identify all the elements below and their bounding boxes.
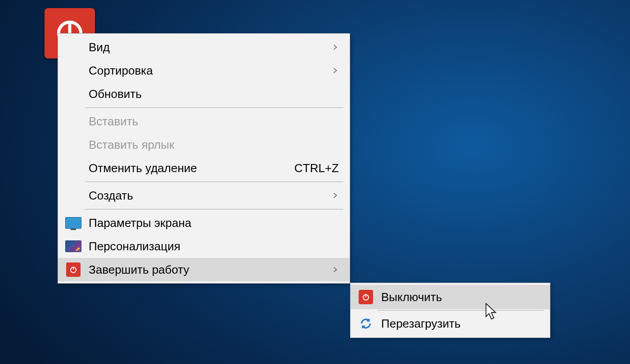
menu-label: Обновить — [89, 87, 339, 101]
menu-label: Вставить — [89, 115, 339, 129]
menu-label: Вставить ярлык — [89, 138, 339, 152]
power-icon — [64, 262, 82, 278]
menu-label: Завершить работу — [89, 263, 331, 277]
display-icon — [64, 215, 82, 231]
chevron-right-icon — [331, 67, 339, 75]
shutdown-submenu: Выключить Перезагрузить — [350, 283, 550, 338]
menu-label: Отменить удаление — [89, 161, 294, 175]
submenu-item-poweroff[interactable]: Выключить — [351, 285, 550, 309]
desktop-context-menu: Вид Сортировка Обновить Вставить Вставит… — [58, 33, 350, 284]
menu-separator — [85, 209, 343, 209]
menu-item-personalization[interactable]: Персонализация — [58, 235, 350, 258]
menu-item-paste: Вставить — [58, 110, 350, 133]
menu-label: Создать — [89, 189, 331, 203]
menu-separator — [85, 182, 343, 182]
chevron-right-icon — [331, 266, 339, 274]
menu-item-paste-shortcut: Вставить ярлык — [58, 133, 350, 156]
menu-separator — [85, 107, 343, 108]
menu-separator — [378, 310, 544, 311]
menu-item-refresh[interactable]: Обновить — [58, 82, 350, 106]
menu-label: Вид — [89, 40, 331, 54]
menu-item-display-settings[interactable]: Параметры экрана — [58, 211, 350, 235]
chevron-right-icon — [331, 43, 339, 51]
refresh-icon — [357, 315, 375, 332]
chevron-right-icon — [331, 191, 339, 200]
submenu-item-restart[interactable]: Перезагрузить — [351, 311, 550, 336]
personalize-icon — [64, 238, 82, 254]
power-icon — [357, 289, 375, 305]
menu-label: Выключить — [381, 290, 539, 304]
menu-shortcut: CTRL+Z — [294, 161, 339, 175]
menu-item-shutdown[interactable]: Завершить работу — [58, 258, 350, 281]
menu-item-sort[interactable]: Сортировка — [58, 59, 350, 82]
menu-label: Сортировка — [89, 64, 331, 78]
menu-label: Перезагрузить — [381, 317, 539, 331]
menu-item-undo-delete[interactable]: Отменить удаление CTRL+Z — [58, 156, 350, 180]
menu-item-new[interactable]: Создать — [58, 184, 350, 207]
menu-item-view[interactable]: Вид — [58, 36, 350, 59]
menu-label: Параметры экрана — [89, 216, 339, 230]
menu-label: Персонализация — [89, 240, 339, 253]
